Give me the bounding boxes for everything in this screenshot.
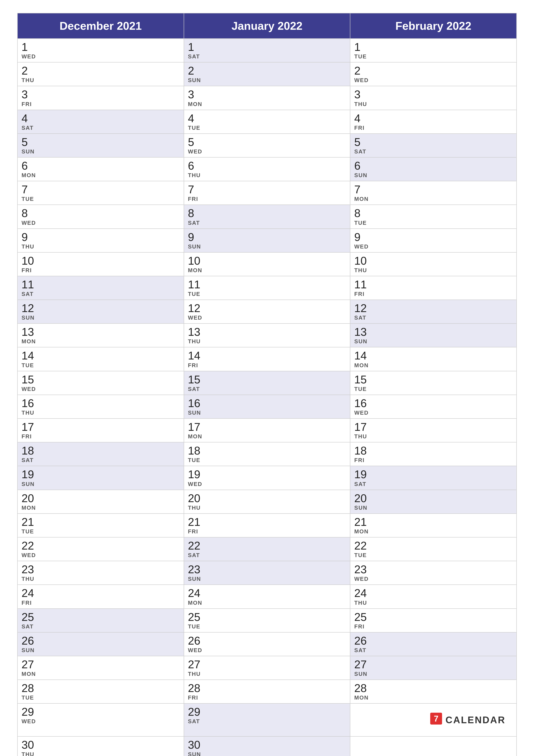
day-cell-m0-d8: 8WED [17,205,184,229]
day-cell-m1-d21: 21FRI [184,514,350,537]
month-header-2: February 2022 [350,13,517,39]
day-num-m1-d4: 4 [188,112,346,124]
day-cell-m2-d18: 18FRI [350,442,517,466]
day-name-m0-d23: THU [21,576,180,582]
day-num-m0-d16: 16 [21,397,180,410]
day-cell-m1-d24: 24MON [184,585,350,608]
day-num-m2-d23: 23 [354,563,513,576]
day-name-m2-d5: SAT [354,148,513,155]
day-num-m1-d13: 13 [188,326,346,338]
day-num-m0-d14: 14 [21,350,180,362]
day-num-m0-d20: 20 [21,492,180,504]
day-name-m2-d28: MON [354,694,513,701]
day-num-m1-d11: 11 [188,279,346,291]
day-num-m1-d16: 16 [188,397,346,410]
day-num-m2-d18: 18 [354,445,513,457]
day-name-m2-d18: FRI [354,457,513,464]
day-num-m2-d11: 11 [354,279,513,291]
day-cell-m0-d23: 23THU [17,561,184,585]
day-name-m2-d11: FRI [354,291,513,297]
day-cell-m0-d17: 17FRI [17,418,184,442]
day-cell-m1-d13: 13THU [184,323,350,347]
day-name-m0-d3: FRI [21,101,180,108]
day-num-m0-d9: 9 [21,231,180,243]
month-header-0: December 2021 [17,13,184,39]
day-num-m1-d19: 19 [188,468,346,481]
day-cell-m2-d2: 2WED [350,62,517,86]
day-cell-m0-d9: 9THU [17,229,184,252]
day-num-m1-d9: 9 [188,231,346,243]
day-num-m0-d29: 29 [21,706,180,718]
day-cell-m1-d11: 11TUE [184,276,350,300]
day-cell-m2-d8: 8TUE [350,205,517,229]
day-num-m0-d2: 2 [21,65,180,77]
day-num-m1-d29: 29 [188,706,346,718]
day-name-m1-d21: FRI [188,528,346,535]
day-num-m2-d28: 28 [354,682,513,694]
day-cell-m1-d12: 12WED [184,300,350,323]
day-num-m0-d24: 24 [21,587,180,599]
day-num-m2-d21: 21 [354,516,513,528]
day-num-m0-d28: 28 [21,682,180,694]
day-cell-m0-d16: 16THU [17,395,184,418]
day-name-m2-d16: WED [354,410,513,416]
day-cell-m0-d11: 11SAT [17,276,184,300]
day-cell-m0-d30: 30THU [17,736,184,756]
day-cell-m0-d1: 1WED [17,39,184,62]
day-cell-m1-d17: 17MON [184,418,350,442]
day-cell-m1-d8: 8SAT [184,205,350,229]
day-name-m2-d22: TUE [354,552,513,558]
day-cell-m2-d24: 24THU [350,585,517,608]
day-cell-m2-d15: 15TUE [350,371,517,395]
day-num-m1-d3: 3 [188,88,346,101]
day-num-m2-d12: 12 [354,302,513,314]
day-name-m0-d22: WED [21,552,180,558]
day-num-m1-d18: 18 [188,445,346,457]
day-cell-m0-d18: 18SAT [17,442,184,466]
day-cell-m2-d14: 14MON [350,347,517,371]
day-cell-m2-d21: 21MON [350,514,517,537]
day-num-m0-d19: 19 [21,468,180,481]
day-name-m0-d15: WED [21,386,180,392]
day-cell-m0-d4: 4SAT [17,110,184,134]
day-name-m1-d9: SUN [188,243,346,250]
day-name-m0-d2: THU [21,77,180,84]
day-num-m1-d7: 7 [188,183,346,196]
day-cell-m0-d26: 26SUN [17,632,184,656]
day-cell-m0-d2: 2THU [17,62,184,86]
day-name-m2-d12: SAT [354,314,513,321]
day-cell-m2-d26: 26SAT [350,632,517,656]
day-name-m1-d7: FRI [188,196,346,202]
day-num-m0-d13: 13 [21,326,180,338]
day-name-m1-d24: MON [188,600,346,606]
brand-text: CALENDAR [445,715,506,725]
day-num-m2-d19: 19 [354,468,513,481]
day-name-m2-d26: SAT [354,647,513,654]
day-name-m0-d29: WED [21,718,180,725]
day-cell-m2-d25: 25FRI [350,608,517,632]
day-cell-m1-d19: 19WED [184,466,350,490]
svg-text:7: 7 [434,715,438,723]
day-cell-m0-d3: 3FRI [17,86,184,110]
day-name-m1-d14: FRI [188,362,346,369]
day-name-m0-d13: MON [21,338,180,345]
day-name-m0-d12: SUN [21,314,180,321]
day-name-m2-d27: SUN [354,671,513,677]
day-cell-m2-d27: 27SUN [350,656,517,680]
day-cell-m2-d7: 7MON [350,181,517,205]
day-name-m1-d2: SUN [188,77,346,84]
day-cell-m2-d23: 23WED [350,561,517,585]
day-name-m2-d2: WED [354,77,513,84]
day-num-m0-d23: 23 [21,563,180,576]
day-cell-m2-d19: 19SAT [350,466,517,490]
day-num-m0-d17: 17 [21,421,180,433]
day-num-m2-d25: 25 [354,611,513,623]
day-name-m2-d15: TUE [354,386,513,392]
day-num-m0-d22: 22 [21,540,180,552]
day-name-m0-d24: FRI [21,600,180,606]
day-num-m0-d27: 27 [21,659,180,671]
day-cell-m0-d28: 28TUE [17,680,184,703]
day-name-m0-d10: FRI [21,267,180,274]
day-name-m2-d10: THU [354,267,513,274]
day-name-m1-d26: WED [188,647,346,654]
